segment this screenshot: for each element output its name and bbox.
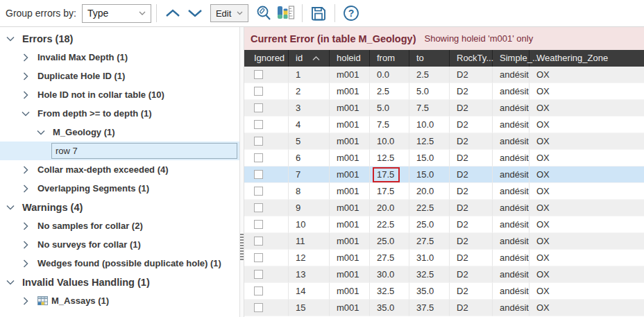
rock-cell[interactable]: D2 [450,166,493,183]
rock-cell[interactable]: D2 [450,133,493,150]
column-header-simple[interactable]: Simple_... [493,50,529,67]
tree-item-overlapping-segments-1[interactable]: Overlapping Segments (1) [0,179,239,198]
id-cell[interactable]: 15 [289,300,330,316]
search-edit-button[interactable] [253,3,275,24]
tree-item-collar-max-depth-exceeded-4[interactable]: Collar max-depth exceeded (4) [0,160,239,179]
chevron-right-icon[interactable] [23,297,28,305]
chevron-right-icon[interactable] [23,241,28,249]
table-row[interactable]: 9m00120.022.5D2andésiteOX [244,200,644,216]
chevron-down-icon[interactable] [22,111,30,117]
from-cell[interactable]: 0.0 [370,67,409,83]
weathering-cell[interactable]: OX [529,150,644,166]
from-cell[interactable]: 25.0 [370,233,409,250]
ignored-checkbox[interactable] [254,187,263,196]
weathering-cell[interactable]: OX [529,133,644,150]
from-cell[interactable]: 20.0 [370,200,409,216]
tree-expander[interactable] [21,53,31,62]
column-header-ignored[interactable]: Ignored [244,50,289,67]
column-header-weathering-zone[interactable]: Weathering_Zone [529,50,644,67]
tree-expander[interactable] [21,184,31,194]
weathering-cell[interactable]: OX [529,233,644,250]
tree-expander[interactable] [21,71,31,81]
holeid-cell[interactable]: m001 [330,117,370,133]
from-cell[interactable]: 12.5 [370,150,409,166]
id-cell[interactable]: 13 [289,266,330,283]
holeid-cell[interactable]: m001 [330,283,370,300]
rock-cell[interactable]: D2 [450,250,493,266]
tree-item-hole-id-not-in-collar-table-10[interactable]: Hole ID not in collar table (10) [0,85,239,104]
ignored-checkbox[interactable] [254,137,263,146]
to-cell[interactable]: 12.5 [409,133,450,150]
simple-cell[interactable]: andésite [493,117,529,133]
simple-cell[interactable]: andésite [493,283,529,300]
id-cell[interactable]: 11 [289,233,330,250]
simple-cell[interactable]: andésite [493,67,529,83]
id-cell[interactable]: 4 [289,117,330,133]
table-row[interactable]: 14m00132.535.0D2andésiteOX [244,283,644,300]
weathering-cell[interactable]: OX [529,300,644,316]
table-row[interactable]: 7m00117.515.0D2andésiteOX [244,166,644,183]
simple-cell[interactable]: andésite [493,300,529,316]
holeid-cell[interactable]: m001 [330,266,370,283]
id-cell[interactable]: 7 [289,166,330,183]
holeid-cell[interactable]: m001 [330,233,370,250]
chevron-right-icon[interactable] [23,222,28,230]
simple-cell[interactable]: andésite [493,150,529,166]
tree-expander[interactable] [21,240,31,250]
tree-item-m-assays-1[interactable]: M_Assays (1) [0,291,239,310]
ignored-checkbox[interactable] [254,103,263,112]
weathering-cell[interactable]: OX [529,266,644,283]
to-cell[interactable]: 31.0 [409,250,450,266]
rock-cell[interactable]: D2 [450,200,493,216]
tree-expander[interactable] [21,221,31,231]
from-cell[interactable]: 22.5 [370,216,409,233]
weathering-cell[interactable]: OX [529,183,644,200]
ignored-checkbox[interactable] [254,70,263,79]
holeid-cell[interactable]: m001 [330,133,370,150]
to-cell[interactable]: 15.0 [409,150,450,166]
table-row[interactable]: 4m0017.510.0D2andésiteOX [244,117,644,133]
tree-item-label[interactable]: row 7 [51,143,237,159]
rock-cell[interactable]: D2 [450,83,493,100]
ignored-checkbox[interactable] [254,220,263,229]
ignored-checkbox[interactable] [254,170,263,179]
rock-cell[interactable]: D2 [450,266,493,283]
table-row[interactable]: 6m00112.515.0D2andésiteOX [244,150,644,166]
to-cell[interactable]: 20.0 [409,183,450,200]
column-header-holeid[interactable]: holeid [330,50,370,67]
rock-cell[interactable]: D2 [450,283,493,300]
holeid-cell[interactable]: m001 [330,216,370,233]
next-error-button[interactable] [184,3,206,24]
holeid-cell[interactable]: m001 [330,100,370,117]
tree-item-warnings-4[interactable]: Warnings (4) [0,198,239,216]
weathering-cell[interactable]: OX [529,166,644,183]
holeid-cell[interactable]: m001 [330,300,370,316]
to-cell[interactable]: 2.5 [409,67,450,83]
chevron-down-icon[interactable] [6,280,15,285]
chevron-right-icon[interactable] [23,72,28,80]
panel-splitter[interactable] [240,27,244,317]
to-cell[interactable]: 35.0 [409,283,450,300]
column-statistics-button[interactable] [275,3,297,24]
ignored-checkbox[interactable] [254,286,263,295]
id-cell[interactable]: 9 [289,200,330,216]
from-cell[interactable]: 17.5 [370,183,409,200]
id-cell[interactable]: 12 [289,250,330,266]
table-row[interactable]: 15m00135.037.5D2andésiteOX [244,300,644,316]
chevron-right-icon[interactable] [23,53,28,62]
simple-cell[interactable]: andésite [493,233,529,250]
to-cell[interactable]: 27.5 [409,233,450,250]
chevron-down-icon[interactable] [37,130,45,135]
table-row[interactable]: 3m0015.07.5D2andésiteOX [244,100,644,117]
rock-cell[interactable]: D2 [450,300,493,316]
holeid-cell[interactable]: m001 [330,166,370,183]
simple-cell[interactable]: andésite [493,133,529,150]
tree-item-no-surveys-for-collar-1[interactable]: No surveys for collar (1) [0,235,239,254]
tree-item-m-geology-1[interactable]: M_Geology (1) [0,123,239,142]
tree-item-invalid-max-depth-1[interactable]: Invalid Max Depth (1) [0,48,239,67]
id-cell[interactable]: 3 [289,100,330,117]
id-cell[interactable]: 6 [289,150,330,166]
to-cell[interactable]: 37.5 [409,300,450,316]
simple-cell[interactable]: andésite [493,166,529,183]
rock-cell[interactable]: D2 [450,100,493,117]
